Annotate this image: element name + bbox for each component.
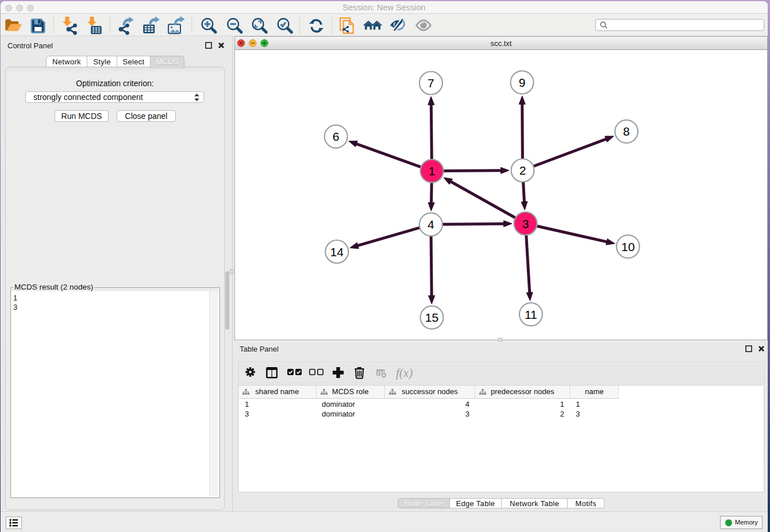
svg-text:f(x): f(x) <box>396 366 413 380</box>
